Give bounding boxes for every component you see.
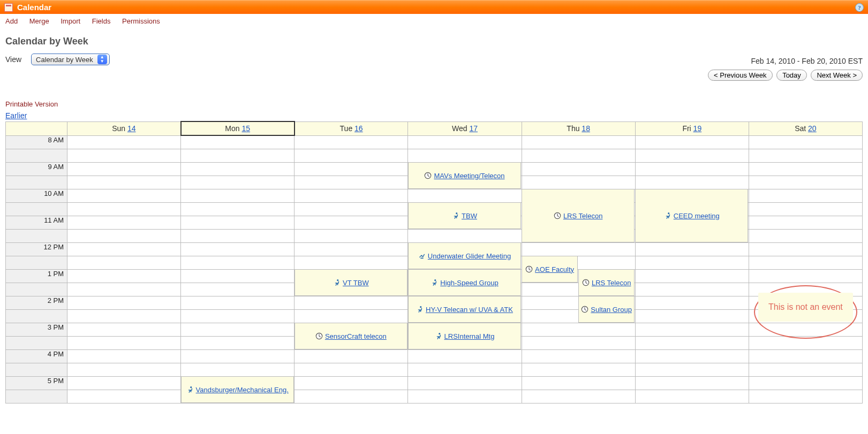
- calendar-cell[interactable]: [181, 162, 295, 176]
- calendar-cell[interactable]: [749, 202, 862, 216]
- calendar-cell[interactable]: [408, 363, 522, 376]
- next-week-button[interactable]: Next Week >: [811, 70, 863, 81]
- calendar-cell[interactable]: [181, 242, 295, 256]
- calendar-cell[interactable]: [408, 135, 522, 149]
- calendar-cell[interactable]: [522, 336, 635, 349]
- calendar-cell[interactable]: [181, 135, 295, 149]
- calendar-cell[interactable]: [67, 162, 181, 176]
- calendar-cell[interactable]: [295, 376, 408, 390]
- calendar-event[interactable]: TBW: [408, 202, 521, 229]
- action-permissions[interactable]: Permissions: [122, 17, 160, 25]
- calendar-event[interactable]: HY-V Telecan w/ UVA & ATK: [408, 296, 521, 323]
- calendar-cell[interactable]: [635, 283, 749, 296]
- calendar-cell[interactable]: [635, 296, 749, 309]
- event-link[interactable]: SensorCraft telecon: [325, 332, 387, 340]
- day-link[interactable]: 19: [693, 124, 702, 133]
- calendar-cell[interactable]: [181, 229, 295, 242]
- calendar-cell[interactable]: [295, 229, 408, 242]
- calendar-cell[interactable]: [295, 256, 408, 269]
- calendar-cell[interactable]: [295, 296, 408, 309]
- day-link[interactable]: 20: [808, 124, 817, 133]
- calendar-cell[interactable]: [749, 256, 862, 269]
- calendar-cell[interactable]: [749, 149, 862, 162]
- calendar-cell[interactable]: [635, 269, 749, 283]
- calendar-cell[interactable]: [749, 363, 862, 376]
- calendar-cell[interactable]: [635, 162, 749, 176]
- calendar-cell[interactable]: [522, 242, 635, 256]
- calendar-cell[interactable]: [749, 176, 862, 189]
- calendar-cell[interactable]: [749, 229, 862, 242]
- event-link[interactable]: Sultan Group: [591, 306, 632, 314]
- calendar-cell[interactable]: [635, 336, 749, 349]
- earlier-link[interactable]: Earlier: [5, 111, 27, 120]
- calendar-cell[interactable]: [522, 390, 635, 403]
- calendar-cell[interactable]: [635, 256, 749, 269]
- calendar-cell[interactable]: [67, 349, 181, 363]
- calendar-cell[interactable]: [635, 323, 749, 336]
- day-link[interactable]: 14: [127, 124, 136, 133]
- calendar-cell[interactable]: [295, 189, 408, 202]
- printable-link[interactable]: Printable Version: [5, 100, 58, 108]
- calendar-event[interactable]: Underwater Glider Meeting: [408, 242, 521, 269]
- action-import[interactable]: Import: [61, 17, 80, 25]
- calendar-cell[interactable]: [635, 390, 749, 403]
- event-link[interactable]: LRS Telecon: [592, 279, 631, 287]
- calendar-event[interactable]: MAVs Meeting/Telecon: [408, 162, 521, 189]
- event-link[interactable]: LRS Telecon: [563, 212, 602, 220]
- calendar-event[interactable]: LRSInternal Mtg: [408, 323, 521, 349]
- day-link[interactable]: 15: [241, 124, 250, 133]
- event-link[interactable]: HY-V Telecan w/ UVA & ATK: [426, 306, 513, 314]
- calendar-cell[interactable]: [181, 323, 295, 336]
- calendar-cell[interactable]: [181, 216, 295, 229]
- calendar-cell[interactable]: [67, 269, 181, 283]
- calendar-cell[interactable]: [749, 283, 862, 296]
- help-icon[interactable]: ?: [855, 3, 864, 12]
- calendar-cell[interactable]: [522, 323, 635, 336]
- calendar-cell[interactable]: [181, 202, 295, 216]
- calendar-cell[interactable]: [181, 336, 295, 349]
- calendar-cell[interactable]: [522, 376, 635, 390]
- calendar-cell[interactable]: [67, 376, 181, 390]
- calendar-cell[interactable]: [295, 363, 408, 376]
- day-link[interactable]: 18: [582, 124, 590, 133]
- calendar-cell[interactable]: [67, 390, 181, 403]
- calendar-cell[interactable]: [749, 189, 862, 202]
- action-fields[interactable]: Fields: [92, 17, 111, 25]
- calendar-cell[interactable]: [295, 149, 408, 162]
- calendar-cell[interactable]: [749, 135, 862, 149]
- calendar-cell[interactable]: [67, 202, 181, 216]
- calendar-cell[interactable]: [67, 336, 181, 349]
- calendar-cell[interactable]: [635, 149, 749, 162]
- calendar-cell[interactable]: [67, 135, 181, 149]
- calendar-cell[interactable]: [635, 309, 749, 323]
- calendar-cell[interactable]: [181, 189, 295, 202]
- calendar-cell[interactable]: [408, 349, 522, 363]
- calendar-event[interactable]: Vandsburger/Mechanical Eng.: [181, 376, 294, 403]
- calendar-cell[interactable]: [181, 176, 295, 189]
- calendar-cell[interactable]: [181, 149, 295, 162]
- calendar-cell[interactable]: [635, 363, 749, 376]
- calendar-cell[interactable]: [749, 376, 862, 390]
- calendar-cell[interactable]: [67, 283, 181, 296]
- calendar-cell[interactable]: [749, 390, 862, 403]
- calendar-cell[interactable]: [67, 323, 181, 336]
- event-link[interactable]: Vandsburger/Mechanical Eng.: [196, 386, 289, 394]
- calendar-cell[interactable]: [635, 176, 749, 189]
- calendar-cell[interactable]: [749, 336, 862, 349]
- calendar-event[interactable]: Sultan Group: [578, 296, 635, 323]
- calendar-cell[interactable]: [522, 162, 635, 176]
- calendar-cell[interactable]: [295, 242, 408, 256]
- action-add[interactable]: Add: [5, 17, 18, 25]
- calendar-event[interactable]: LRS Telecon: [578, 269, 635, 296]
- event-link[interactable]: MAVs Meeting/Telecon: [434, 172, 504, 180]
- calendar-cell[interactable]: [67, 296, 181, 309]
- calendar-cell[interactable]: [295, 176, 408, 189]
- calendar-cell[interactable]: [67, 242, 181, 256]
- calendar-cell[interactable]: [67, 363, 181, 376]
- calendar-cell[interactable]: [408, 376, 522, 390]
- calendar-cell[interactable]: [749, 309, 862, 323]
- calendar-cell[interactable]: [67, 176, 181, 189]
- event-link[interactable]: LRSInternal Mtg: [444, 332, 495, 340]
- event-link[interactable]: Underwater Glider Meeting: [428, 252, 511, 260]
- calendar-cell[interactable]: [408, 390, 522, 403]
